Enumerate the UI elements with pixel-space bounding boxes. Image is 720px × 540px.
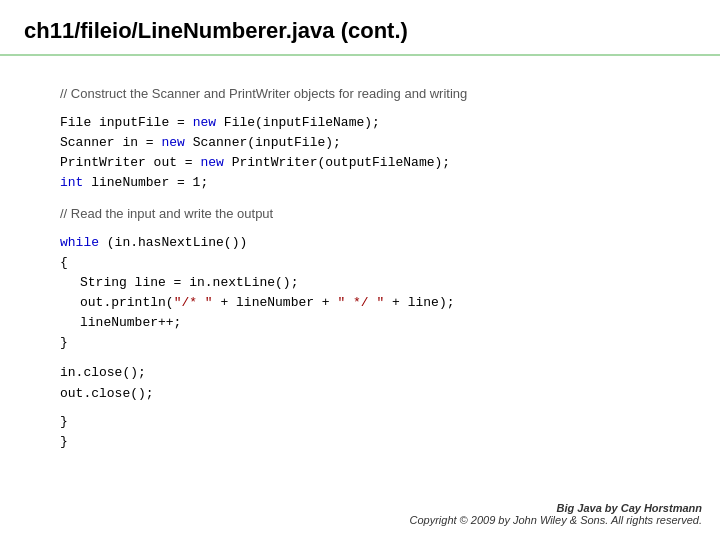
code-line: out.println("/* " + lineNumber + " */ " … xyxy=(60,293,696,313)
code-line: Scanner in = new Scanner(inputFile); xyxy=(60,133,696,153)
code-line: out.close(); xyxy=(60,384,696,404)
page-title: ch11/fileio/LineNumberer.java (cont.) xyxy=(0,0,720,56)
comment-1: // Construct the Scanner and PrintWriter… xyxy=(60,86,696,101)
footer-copyright: Copyright © 2009 by John Wiley & Sons. A… xyxy=(409,514,702,526)
code-line: } xyxy=(60,333,696,353)
code-line: int lineNumber = 1; xyxy=(60,173,696,193)
footer: Big Java by Cay Horstmann Copyright © 20… xyxy=(409,502,702,526)
code-line: lineNumber++; xyxy=(60,313,696,333)
code-block-2: while (in.hasNextLine()) { String line =… xyxy=(60,233,696,354)
code-line: in.close(); xyxy=(60,363,696,383)
closing-braces: } } xyxy=(60,412,696,452)
code-line: File inputFile = new File(inputFileName)… xyxy=(60,113,696,133)
code-line: } xyxy=(60,432,696,452)
code-line: { xyxy=(60,253,696,273)
comment-2: // Read the input and write the output xyxy=(60,206,696,221)
code-line: } xyxy=(60,412,696,432)
while-line: while (in.hasNextLine()) xyxy=(60,233,696,253)
code-line: String line = in.nextLine(); xyxy=(60,273,696,293)
code-line: PrintWriter out = new PrintWriter(output… xyxy=(60,153,696,173)
code-block-1: File inputFile = new File(inputFileName)… xyxy=(60,113,696,194)
footer-title: Big Java by Cay Horstmann xyxy=(409,502,702,514)
code-block-3: in.close(); out.close(); xyxy=(60,363,696,403)
